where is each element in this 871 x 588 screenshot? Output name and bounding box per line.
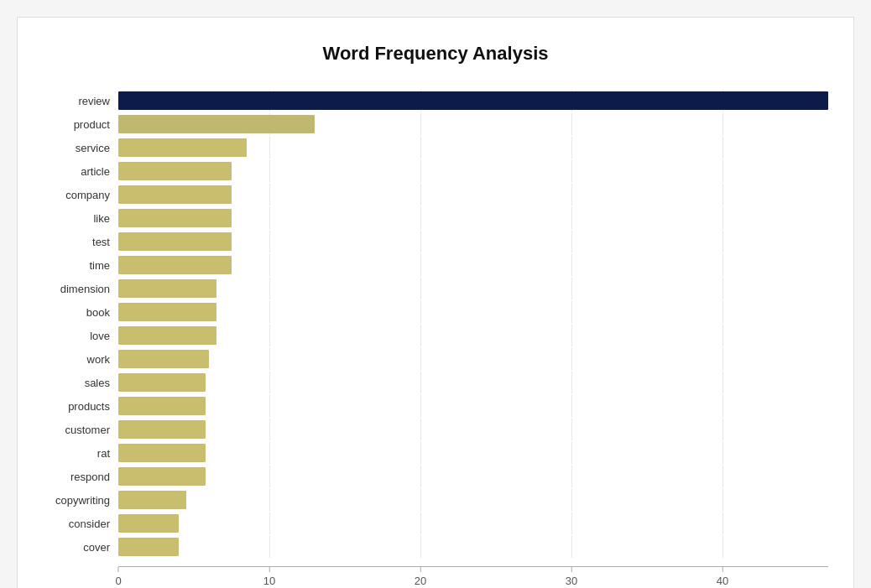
bar-fill xyxy=(118,373,206,392)
bar-label: article xyxy=(43,165,118,178)
bar-row: test xyxy=(43,231,828,252)
bar-row: products xyxy=(43,395,828,417)
bar-row: copywriting xyxy=(43,489,828,511)
bar-label: product xyxy=(43,118,118,131)
bar-track xyxy=(118,325,828,346)
bar-fill xyxy=(118,350,209,368)
bar-track xyxy=(118,90,828,112)
chart-container: Word Frequency Analysis reviewproductser… xyxy=(17,17,854,588)
bar-fill xyxy=(118,491,186,509)
x-tick: 0 xyxy=(115,567,121,587)
chart-area: reviewproductservicearticlecompanylikete… xyxy=(43,90,828,559)
bar-row: review xyxy=(43,90,828,112)
x-tick: 40 xyxy=(717,567,728,587)
bar-label: book xyxy=(43,306,118,319)
bar-label: products xyxy=(43,400,118,413)
bar-row: article xyxy=(43,160,828,182)
bar-fill xyxy=(118,162,232,180)
bar-track xyxy=(118,372,828,393)
bar-row: rat xyxy=(43,442,828,464)
bar-label: customer xyxy=(43,424,118,436)
bar-label: copywriting xyxy=(43,494,118,507)
bar-track xyxy=(118,184,828,206)
bar-track xyxy=(118,160,828,182)
bar-label: work xyxy=(43,353,118,366)
bar-track xyxy=(118,278,828,299)
bar-label: rat xyxy=(43,447,118,460)
bar-track xyxy=(118,466,828,487)
x-tick: 30 xyxy=(566,567,577,587)
bar-row: consider xyxy=(43,513,828,534)
x-axis: 010203040 Frequency xyxy=(118,566,828,588)
bar-row: love xyxy=(43,325,828,346)
bar-fill xyxy=(118,256,232,274)
bar-label: service xyxy=(43,142,118,154)
bar-track xyxy=(118,231,828,252)
bar-label: sales xyxy=(43,377,118,389)
bar-label: consider xyxy=(43,518,118,530)
bar-fill xyxy=(118,232,232,251)
bar-track xyxy=(118,137,828,159)
bar-track xyxy=(118,442,828,464)
bar-row: company xyxy=(43,184,828,206)
bar-row: sales xyxy=(43,372,828,393)
bar-label: respond xyxy=(43,471,118,483)
x-tick: 10 xyxy=(263,567,275,587)
bar-fill xyxy=(118,420,206,439)
bar-row: like xyxy=(43,207,828,229)
bar-fill xyxy=(118,467,206,486)
bar-row: time xyxy=(43,254,828,276)
bar-label: time xyxy=(43,259,118,272)
bar-track xyxy=(118,254,828,276)
bar-fill xyxy=(118,303,216,321)
bar-row: customer xyxy=(43,419,828,440)
bar-track xyxy=(118,419,828,440)
bar-label: company xyxy=(43,189,118,201)
bar-fill xyxy=(118,91,828,110)
bar-fill xyxy=(118,138,247,157)
bar-track xyxy=(118,489,828,511)
bar-row: respond xyxy=(43,466,828,487)
bar-track xyxy=(118,348,828,370)
bar-row: dimension xyxy=(43,278,828,299)
bar-fill xyxy=(118,115,315,133)
bar-label: cover xyxy=(43,541,118,554)
bar-track xyxy=(118,113,828,135)
bar-row: cover xyxy=(43,536,828,558)
bar-fill xyxy=(118,326,216,345)
bar-track xyxy=(118,207,828,229)
bar-label: like xyxy=(43,212,118,225)
bar-fill xyxy=(118,514,179,533)
bar-fill xyxy=(118,397,206,415)
bar-label: test xyxy=(43,236,118,248)
bar-track xyxy=(118,536,828,558)
x-tick: 20 xyxy=(415,567,426,587)
bar-fill xyxy=(118,538,179,556)
bar-label: love xyxy=(43,330,118,342)
bar-track xyxy=(118,395,828,417)
chart-title: Word Frequency Analysis xyxy=(43,43,828,65)
bar-fill xyxy=(118,209,232,227)
bar-fill xyxy=(118,185,232,204)
bar-row: book xyxy=(43,301,828,323)
bar-row: service xyxy=(43,137,828,159)
bar-fill xyxy=(118,444,206,462)
bar-track xyxy=(118,301,828,323)
bar-row: product xyxy=(43,113,828,135)
bar-row: work xyxy=(43,348,828,370)
bar-label: dimension xyxy=(43,283,118,295)
bar-label: review xyxy=(43,95,118,107)
bar-fill xyxy=(118,279,216,298)
bar-track xyxy=(118,513,828,534)
